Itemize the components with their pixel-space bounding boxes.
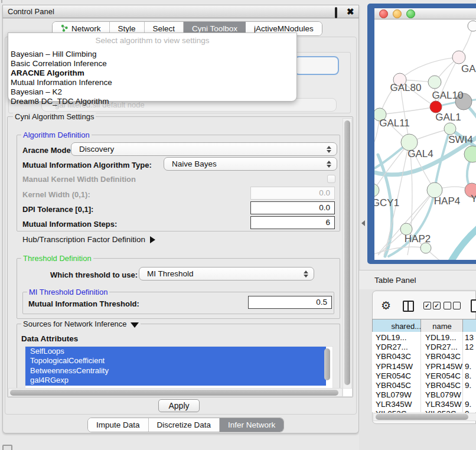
menu-item-basic-correlation[interactable]: Basic Correlation Inference: [11, 59, 107, 68]
close-icon[interactable]: ✖: [347, 8, 354, 15]
scrollbar-corner: [343, 388, 353, 397]
node-gal10[interactable]: [428, 76, 441, 89]
apply-button[interactable]: Apply: [158, 399, 200, 412]
table-cell[interactable]: YBR045C: [425, 381, 461, 390]
list-item-topologicalcoefficient[interactable]: TopologicalCoefficient: [25, 356, 326, 366]
table-cell[interactable]: 9.: [465, 381, 471, 390]
cyni-bottom-tabbar: Impute Data Discretize Data Infer Networ…: [87, 418, 284, 432]
combo-arrows-icon: [327, 161, 331, 168]
table-hscrollbar-thumb[interactable]: [376, 414, 468, 420]
tab-discretize-data[interactable]: Discretize Data: [149, 418, 220, 432]
manual-kernel-width-checkbox[interactable]: [327, 175, 335, 183]
node-gcy1[interactable]: [374, 184, 379, 197]
traffic-light-zoom-icon[interactable]: [406, 9, 415, 18]
table-panel-title: Table Panel: [374, 276, 416, 285]
label-swi4: SWI4: [448, 134, 473, 145]
label-gal11: GAL11: [379, 118, 410, 129]
float-panel-icon[interactable]: [335, 8, 342, 15]
traffic-light-close-icon[interactable]: [379, 9, 388, 18]
aracne-mode-label: Aracne Mode:: [22, 146, 73, 155]
label-gal4: GAL4: [407, 148, 433, 159]
data-attributes-list: SelfLoops TopologicalCoefficient Between…: [25, 346, 333, 389]
mi-threshold-definition-title: MI Threshold Definition: [27, 288, 109, 296]
menu-item-mutual-information[interactable]: Mutual Information Inference: [11, 78, 112, 87]
list-item-betweennesscentrality[interactable]: BetweennessCentrality: [25, 366, 326, 376]
table-cell[interactable]: YLR345W: [376, 400, 412, 409]
table-cell[interactable]: YBR045C: [376, 381, 411, 390]
table-cell[interactable]: YPR145W: [376, 362, 413, 371]
label-gcy1: GCY1: [374, 197, 399, 208]
mi-threshold-field[interactable]: 0.5: [248, 296, 332, 309]
table-cell[interactable]: YER054C: [376, 371, 411, 380]
list-item-gal4rgexp[interactable]: gal4RGexp: [25, 376, 326, 385]
mi-steps-label: Mutual Information Steps:: [22, 220, 117, 229]
menu-item-bayesian-hill-climbing[interactable]: Bayesian – Hill Climbing: [11, 50, 97, 58]
traffic-light-minimize-icon[interactable]: [393, 9, 402, 18]
table-cell[interactable]: 8.: [465, 371, 471, 380]
sources-title[interactable]: Sources for Network Inference: [21, 319, 141, 328]
settings-vscrollbar-thumb[interactable]: [344, 120, 350, 385]
expander-right-icon: [150, 236, 155, 243]
split-columns-icon[interactable]: [403, 301, 414, 312]
table-cell[interactable]: 13: [465, 333, 474, 342]
aracne-mode-combo[interactable]: Discovery: [71, 142, 337, 156]
mi-algorithm-type-label: Mutual Information Algorithm Type:: [22, 161, 152, 169]
label-hap2: HAP2: [405, 233, 431, 244]
kernel-width-field[interactable]: 0.0: [250, 187, 335, 200]
gear-icon[interactable]: ⚙: [381, 299, 391, 312]
table-cell[interactable]: YLR345W: [425, 400, 462, 409]
combo-arrows-icon: [327, 146, 331, 153]
focused-combo-partially-hidden[interactable]: [294, 56, 339, 75]
unchecked-pair-icon[interactable]: [444, 302, 461, 309]
which-threshold-label: Which threshold to use:: [50, 270, 138, 279]
algorithm-definition-title: Algorithm Definition: [21, 131, 92, 139]
partial-toolbar-icon[interactable]: [471, 299, 476, 312]
algorithm-popup-prompt: Select algorithm to view settings: [8, 36, 296, 45]
tab-infer-network[interactable]: Infer Network: [220, 418, 283, 432]
table-cell[interactable]: YDL19...: [376, 333, 407, 342]
table-cell[interactable]: 9.: [465, 362, 471, 371]
table-cell[interactable]: 9.: [465, 400, 471, 409]
table-cell[interactable]: YBL079W: [425, 390, 461, 399]
menu-item-bayesian-k2[interactable]: Bayesian – K2: [11, 87, 62, 96]
node-right-green[interactable]: [464, 146, 476, 162]
table-cell[interactable]: YDR27...: [376, 343, 408, 351]
menu-item-aracne[interactable]: ARACNE Algorithm: [11, 69, 84, 77]
menu-item-dream8[interactable]: Dream8 DC_TDC Algorithm: [11, 97, 109, 106]
threshold-definition-title: Threshold Definition: [21, 254, 93, 263]
settings-hscrollbar-thumb[interactable]: [10, 390, 338, 396]
algorithm-select-popup: Select algorithm to view settings Bayesi…: [8, 32, 297, 102]
mi-algorithm-type-combo[interactable]: Naive Bayes: [164, 157, 337, 171]
list-item-selfloops[interactable]: SelfLoops: [25, 347, 326, 356]
label-gal1: GAL1: [435, 112, 461, 123]
which-threshold-combo[interactable]: MI Threshold: [139, 267, 314, 281]
table-row-clipped: YIL052C YIL052C 0.: [372, 408, 476, 413]
table-cell[interactable]: 12: [465, 343, 474, 351]
dock-panel-icon[interactable]: [2, 445, 12, 450]
network-canvas[interactable]: GAL GAL80 GAL10 GAL1 GAL11 GAL4 SWI4 GCY…: [374, 19, 476, 260]
list-scrollbar-thumb[interactable]: [324, 348, 330, 380]
table-cell[interactable]: YER054C: [425, 371, 461, 380]
hub-definition-expander[interactable]: Hub/Transcription Factor Definition: [22, 235, 155, 244]
table-cell[interactable]: YBR043C: [376, 352, 411, 361]
table-cell[interactable]: YPR145W: [425, 362, 462, 371]
column-header-name[interactable]: name: [420, 319, 463, 333]
column-header-partial[interactable]: [462, 319, 476, 333]
mi-steps-field[interactable]: 6: [250, 216, 335, 229]
table-cell[interactable]: YDL19...: [425, 333, 457, 342]
splitpane-collapse-arrow[interactable]: [361, 220, 365, 226]
checked-pair-icon[interactable]: ✓✓: [423, 302, 441, 309]
node-gal-top[interactable]: [452, 51, 465, 64]
node-swi4[interactable]: [444, 123, 456, 135]
table-cell[interactable]: YBR043C: [425, 352, 461, 361]
node-partial-top[interactable]: [468, 21, 476, 31]
dpi-tolerance-field[interactable]: 0.0: [250, 201, 335, 214]
network-window-titlebar: [374, 8, 476, 19]
table-cell[interactable]: YBL079W: [376, 390, 412, 399]
control-panel-title: Control Panel: [8, 7, 54, 16]
control-panel-titlebar: Control Panel ✖: [2, 5, 359, 18]
tab-impute-data[interactable]: Impute Data: [88, 418, 149, 432]
table-cell[interactable]: YDR27...: [425, 343, 458, 351]
column-header-shared[interactable]: shared...: [372, 319, 424, 333]
node-gal1-red[interactable]: [430, 101, 442, 113]
